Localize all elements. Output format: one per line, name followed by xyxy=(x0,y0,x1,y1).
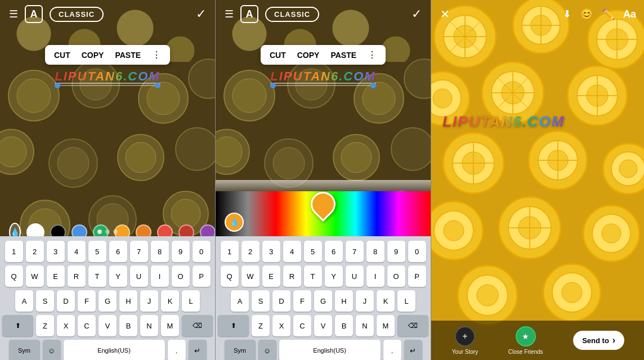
key2-b[interactable]: B xyxy=(335,315,353,336)
key2-n[interactable]: N xyxy=(356,315,374,336)
sticker-icon-3[interactable]: 😊 xyxy=(580,8,593,20)
hamburger-icon[interactable]: ☰ xyxy=(9,8,18,20)
key2-s[interactable]: S xyxy=(252,290,270,312)
key2-o[interactable]: O xyxy=(387,266,405,287)
close-friends-option[interactable]: ★ Close Friends xyxy=(508,326,543,355)
sym-key-2[interactable]: Sym xyxy=(225,340,256,360)
sym-key-1[interactable]: Sym xyxy=(9,340,40,360)
key2-p[interactable]: P xyxy=(408,266,426,287)
key-g[interactable]: G xyxy=(99,290,117,312)
key-5[interactable]: 5 xyxy=(88,241,106,262)
cut-button-2[interactable]: CUT xyxy=(270,51,286,60)
key-m[interactable]: M xyxy=(161,315,179,336)
classic-mode-button-2[interactable]: CLASSIC xyxy=(265,7,319,22)
close-button-3[interactable]: ✕ xyxy=(440,7,450,21)
key2-7[interactable]: 7 xyxy=(346,241,364,262)
key2-u[interactable]: U xyxy=(346,266,364,287)
more-options-button-2[interactable]: ⋮ xyxy=(368,50,377,60)
key-e[interactable]: E xyxy=(47,266,65,287)
your-story-option[interactable]: + Your Story xyxy=(452,326,478,355)
key2-z[interactable]: Z xyxy=(252,315,270,336)
key2-y[interactable]: Y xyxy=(325,266,343,287)
key-6[interactable]: 6 xyxy=(109,241,127,262)
eyedropper-button-2[interactable]: 💧 xyxy=(225,213,244,232)
key2-4[interactable]: 4 xyxy=(283,241,301,262)
draw-icon-3[interactable]: ✏️ xyxy=(602,8,614,20)
key-u[interactable]: U xyxy=(130,266,148,287)
download-icon-3[interactable]: ⬇ xyxy=(563,8,571,20)
hamburger-icon-2[interactable]: ☰ xyxy=(225,8,234,20)
delete-key-2[interactable]: ⌫ xyxy=(397,315,428,336)
key2-e[interactable]: E xyxy=(262,266,280,287)
key2-0[interactable]: 0 xyxy=(408,241,426,262)
enter-key-2[interactable]: ↵ xyxy=(404,340,422,360)
key-3[interactable]: 3 xyxy=(47,241,65,262)
key-h[interactable]: H xyxy=(119,290,137,312)
key-1[interactable]: 1 xyxy=(5,241,23,262)
key-q[interactable]: Q xyxy=(5,266,23,287)
key2-9[interactable]: 9 xyxy=(387,241,405,262)
key-j[interactable]: J xyxy=(140,290,158,312)
key-n[interactable]: N xyxy=(140,315,158,336)
key2-a[interactable]: A xyxy=(231,290,249,312)
more-options-button[interactable]: ⋮ xyxy=(152,50,161,60)
paste-button[interactable]: PASTE xyxy=(115,51,141,60)
key2-f[interactable]: F xyxy=(293,290,311,312)
key2-h[interactable]: H xyxy=(335,290,353,312)
key-2[interactable]: 2 xyxy=(26,241,44,262)
key2-1[interactable]: 1 xyxy=(221,241,239,262)
confirm-checkmark[interactable]: ✓ xyxy=(196,7,206,21)
key2-x[interactable]: X xyxy=(272,315,290,336)
emoji-key-2[interactable]: ☺ xyxy=(258,340,276,360)
key-7[interactable]: 7 xyxy=(130,241,148,262)
key2-q[interactable]: Q xyxy=(221,266,239,287)
period-key-1[interactable]: . xyxy=(168,340,186,360)
key2-t[interactable]: T xyxy=(304,266,322,287)
copy-button-2[interactable]: COPY xyxy=(297,51,320,60)
key-d[interactable]: D xyxy=(57,290,75,312)
key2-j[interactable]: J xyxy=(356,290,374,312)
key2-8[interactable]: 8 xyxy=(366,241,384,262)
text-format-button[interactable]: A xyxy=(25,5,43,23)
key-b[interactable]: B xyxy=(119,315,137,336)
key-9[interactable]: 9 xyxy=(172,241,190,262)
key-4[interactable]: 4 xyxy=(68,241,86,262)
key2-5[interactable]: 5 xyxy=(304,241,322,262)
key-a[interactable]: A xyxy=(15,290,33,312)
period-key-2[interactable]: . xyxy=(383,340,401,360)
key2-r[interactable]: R xyxy=(283,266,301,287)
emoji-key-1[interactable]: ☺ xyxy=(43,340,61,360)
key-c[interactable]: C xyxy=(78,315,96,336)
key-f[interactable]: F xyxy=(78,290,96,312)
key-y[interactable]: Y xyxy=(109,266,127,287)
key2-6[interactable]: 6 xyxy=(325,241,343,262)
key2-3[interactable]: 3 xyxy=(262,241,280,262)
key2-d[interactable]: D xyxy=(272,290,290,312)
key-8[interactable]: 8 xyxy=(151,241,169,262)
key2-g[interactable]: G xyxy=(314,290,332,312)
key-s[interactable]: S xyxy=(36,290,54,312)
key-o[interactable]: O xyxy=(172,266,190,287)
send-to-button[interactable]: Send to › xyxy=(573,331,624,350)
key-p[interactable]: P xyxy=(193,266,211,287)
key2-2[interactable]: 2 xyxy=(242,241,260,262)
enter-key-1[interactable]: ↵ xyxy=(189,340,207,360)
text-format-button-2[interactable]: A xyxy=(240,5,258,23)
paste-button-2[interactable]: PASTE xyxy=(330,51,356,60)
key2-k[interactable]: K xyxy=(377,290,395,312)
space-key-1[interactable]: English(US) xyxy=(64,340,165,360)
key-r[interactable]: R xyxy=(68,266,86,287)
key-i[interactable]: I xyxy=(151,266,169,287)
key-t[interactable]: T xyxy=(88,266,106,287)
confirm-checkmark-2[interactable]: ✓ xyxy=(412,7,422,21)
shift-key-1[interactable]: ⬆ xyxy=(2,315,33,336)
key2-i[interactable]: I xyxy=(366,266,384,287)
delete-key-1[interactable]: ⌫ xyxy=(182,315,213,336)
key-0[interactable]: 0 xyxy=(193,241,211,262)
key-v[interactable]: V xyxy=(99,315,117,336)
key-k[interactable]: K xyxy=(161,290,179,312)
key2-v[interactable]: V xyxy=(314,315,332,336)
key-x[interactable]: X xyxy=(57,315,75,336)
key2-c[interactable]: C xyxy=(293,315,311,336)
key-z[interactable]: Z xyxy=(36,315,54,336)
